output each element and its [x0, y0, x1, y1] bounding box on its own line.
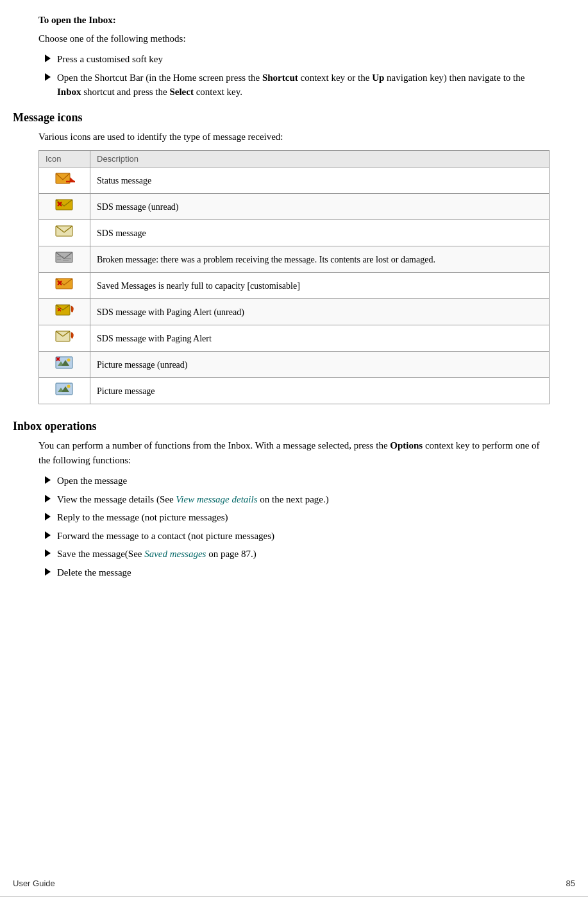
desc-cell-3: SDS message: [90, 220, 550, 246]
table-row: Status message: [39, 167, 550, 194]
status-message-icon: [55, 171, 75, 186]
desc-cell-1: Status message: [90, 167, 550, 194]
ops-arrow-5: [45, 549, 51, 557]
bullet-arrow-1: [45, 55, 51, 62]
message-icons-heading: Message icons: [13, 111, 550, 124]
ops-bullet-2: View the message details (See View messa…: [45, 492, 550, 507]
intro-subtext: Choose one of the following methods:: [38, 31, 550, 46]
table-header-desc: Description: [90, 151, 550, 167]
sds-paging-icon: [55, 329, 75, 344]
link-extra-5: on page 87: [206, 549, 251, 559]
picture-unread-icon: [55, 355, 75, 370]
saved-messages-link[interactable]: Saved messages: [144, 549, 206, 559]
open-inbox-bullets: Press a customised soft key Open the Sho…: [38, 52, 550, 99]
desc-cell-8: Picture message (unread): [90, 352, 550, 378]
link-extra-2: on the next page: [258, 494, 323, 504]
bullet-item-2: Open the Shortcut Bar (in the Home scree…: [45, 71, 550, 99]
icon-cell-3: [39, 220, 90, 246]
svg-point-31: [67, 385, 70, 388]
ops-arrow-2: [45, 495, 51, 502]
footer-right: 85: [566, 879, 575, 888]
ops-arrow-4: [45, 531, 51, 539]
picture-message-icon: [55, 381, 75, 397]
page-content: To open the Inbox: Choose one of the fol…: [0, 0, 588, 901]
icon-cell-5: [39, 273, 90, 299]
table-row: SDS message with Paging Alert: [39, 325, 550, 352]
sds-unread-icon: [55, 197, 75, 212]
ops-text-2: View the message details (See View messa…: [57, 492, 329, 507]
table-row: SDS message with Paging Alert (unread): [39, 299, 550, 325]
inbox-ops-intro: You can perform a number of functions fr…: [38, 438, 550, 467]
inbox-heading: To open the Inbox:: [38, 13, 550, 28]
icon-cell-6: [39, 299, 90, 325]
svg-point-21: [71, 337, 73, 339]
message-icons-table: Icon Description Status message: [38, 150, 550, 404]
icon-cell-7: [39, 325, 90, 352]
table-header-icon: Icon: [39, 151, 90, 167]
bullet-text-1: Press a customised soft key: [57, 52, 163, 67]
desc-cell-6: SDS message with Paging Alert (unread): [90, 299, 550, 325]
ops-arrow-6: [45, 568, 51, 576]
ops-text-6: Delete the message: [57, 565, 131, 580]
view-details-link[interactable]: View message details: [176, 494, 257, 504]
table-row: SDS message (unread): [39, 194, 550, 220]
ops-bullet-5: Save the message(See Saved messages on p…: [45, 547, 550, 562]
ops-arrow-3: [45, 513, 51, 520]
ops-text-1: Open the message: [57, 474, 127, 488]
desc-cell-2: SDS message (unread): [90, 194, 550, 220]
svg-point-25: [67, 359, 70, 362]
table-row: Picture message: [39, 378, 550, 404]
sds-paging-unread-icon: [55, 302, 75, 318]
ops-bullet-4: Forward the message to a contact (not pi…: [45, 529, 550, 544]
bullet-item-1: Press a customised soft key: [45, 52, 550, 67]
svg-point-19: [71, 311, 73, 313]
bullet-text-2: Open the Shortcut Bar (in the Home scree…: [57, 71, 550, 99]
saved-full-icon: [55, 276, 75, 291]
ops-text-3: Reply to the message (not picture messag…: [57, 510, 228, 525]
desc-cell-4: Broken message: there was a problem rece…: [90, 246, 550, 273]
ops-arrow-1: [45, 476, 51, 484]
sds-message-icon: [55, 223, 75, 239]
ops-bullet-3: Reply to the message (not picture messag…: [45, 510, 550, 525]
icon-cell-1: [39, 167, 90, 194]
page-footer: User Guide 85: [0, 897, 588, 901]
inbox-ops-bullets: Open the message View the message detail…: [38, 474, 550, 579]
footer-left: User Guide: [13, 879, 55, 888]
ops-text-4: Forward the message to a contact (not pi…: [57, 529, 274, 544]
icon-cell-8: [39, 352, 90, 378]
ops-bullet-6: Delete the message: [45, 565, 550, 580]
table-row: Picture message (unread): [39, 352, 550, 378]
bullet-arrow-2: [45, 73, 51, 81]
ops-bullet-1: Open the message: [45, 474, 550, 488]
options-bold: Options: [390, 440, 423, 450]
inbox-ops-heading: Inbox operations: [13, 420, 550, 433]
table-row: Broken message: there was a problem rece…: [39, 246, 550, 273]
broken-message-icon: [55, 250, 75, 265]
icon-cell-4: [39, 246, 90, 273]
icon-cell-2: [39, 194, 90, 220]
message-icons-intro: Various icons are used to identify the t…: [38, 130, 550, 144]
icon-cell-9: [39, 378, 90, 404]
desc-cell-9: Picture message: [90, 378, 550, 404]
desc-cell-5: Saved Messages is nearly full to capacit…: [90, 273, 550, 299]
desc-cell-7: SDS message with Paging Alert: [90, 325, 550, 352]
table-row: SDS message: [39, 220, 550, 246]
table-row: Saved Messages is nearly full to capacit…: [39, 273, 550, 299]
ops-text-5: Save the message(See Saved messages on p…: [57, 547, 256, 562]
